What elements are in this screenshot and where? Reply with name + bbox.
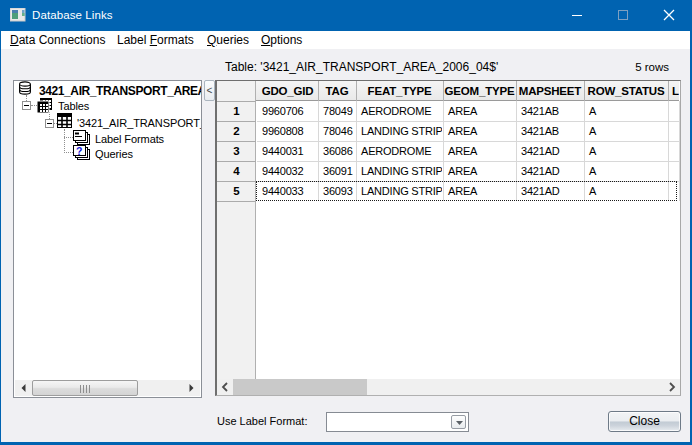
svg-text:?: ? — [76, 145, 82, 157]
